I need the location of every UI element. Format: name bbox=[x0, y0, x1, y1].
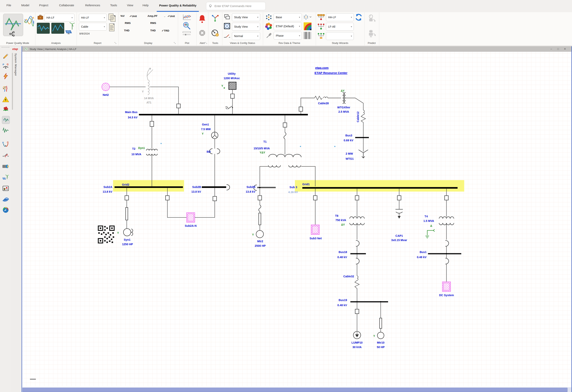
predict-meter-button[interactable] bbox=[367, 14, 376, 24]
display-v-unit-toggle[interactable]: ✓Unit bbox=[129, 15, 137, 18]
system-manager-tab[interactable]: System Manager bbox=[14, 53, 17, 76]
run-frequency-scan-button[interactable] bbox=[51, 23, 64, 34]
network-mode-button[interactable] bbox=[9, 31, 15, 37]
sidebar-item-edit[interactable] bbox=[2, 52, 9, 59]
tools-phasor-button[interactable] bbox=[211, 14, 220, 23]
study-case-button[interactable] bbox=[37, 14, 44, 21]
sidebar-item-energy-storage[interactable] bbox=[2, 185, 9, 192]
sidebar-item-voltage-stability[interactable]: PQ bbox=[2, 141, 9, 148]
oneline-diagram[interactable]: etap.com ETAP Resource Center Net2 Y 14 … bbox=[22, 52, 572, 387]
menu-file[interactable]: File bbox=[6, 3, 11, 7]
transient-wave-icon bbox=[2, 127, 9, 133]
link-resource-center[interactable]: ETAP Resource Center bbox=[315, 71, 348, 74]
config-icon-button[interactable] bbox=[224, 33, 230, 40]
wizard-run-button[interactable] bbox=[355, 13, 363, 22]
sidebar-item-transient-stability[interactable] bbox=[2, 127, 9, 134]
multi-waveform-button[interactable] bbox=[24, 15, 34, 26]
wizard-lf-select[interactable]: LF-All bbox=[326, 23, 354, 31]
renewable-study-button[interactable] bbox=[65, 22, 75, 34]
menu-collaborate[interactable]: Collaborate bbox=[59, 3, 74, 7]
grayscale-button[interactable] bbox=[304, 32, 311, 40]
link-etap-com[interactable]: etap.com bbox=[315, 66, 329, 69]
report-study-select[interactable]: HA-LF bbox=[79, 14, 107, 22]
display-amp-toggle[interactable]: Amp,PF bbox=[147, 15, 158, 17]
view-mode-icon-button[interactable] bbox=[224, 23, 230, 30]
lightning-icon bbox=[3, 73, 9, 79]
predict-device-button[interactable] bbox=[367, 29, 376, 39]
harmonic-chart-icon bbox=[37, 23, 50, 34]
sidebar-item-harmonics-selected[interactable] bbox=[2, 116, 10, 124]
report-launcher-icon[interactable] bbox=[114, 42, 117, 44]
horizontal-scrollbar[interactable] bbox=[22, 387, 572, 392]
sidebar-item-motor[interactable] bbox=[2, 163, 9, 170]
revision-select[interactable]: Base bbox=[274, 13, 302, 21]
sidebar-item-arc-flash[interactable] bbox=[2, 96, 9, 103]
plot-slider-button[interactable] bbox=[182, 31, 191, 37]
maximize-button[interactable] bbox=[556, 47, 561, 51]
tab-power-quality-reliability[interactable]: Power Quality & Reliability bbox=[157, 0, 199, 11]
display-rms1-toggle[interactable]: RMS bbox=[125, 22, 131, 25]
display-thd1-toggle[interactable]: THD bbox=[124, 29, 129, 32]
sidebar-item-renewable[interactable] bbox=[2, 174, 9, 181]
analysis-study-case-select[interactable]: HA-LF bbox=[44, 14, 74, 22]
theme-select[interactable]: ETAP (Default) bbox=[274, 22, 302, 30]
display-amp-caret-icon[interactable]: ⌄ bbox=[164, 15, 166, 18]
menu-tools[interactable]: Tools bbox=[110, 3, 117, 7]
sidebar-item-motor-starting[interactable] bbox=[2, 105, 9, 113]
phase-select[interactable]: Phase bbox=[274, 32, 302, 40]
menu-view[interactable]: View bbox=[127, 3, 133, 7]
theme-preview-button[interactable] bbox=[304, 22, 311, 31]
sidebar-item-reliability[interactable] bbox=[2, 206, 9, 214]
wizard-study-select[interactable]: HA-LF bbox=[326, 13, 354, 21]
sidebar-item-short-circuit[interactable] bbox=[2, 73, 9, 80]
search-input[interactable] bbox=[214, 4, 262, 8]
three-axis-arrows-icon bbox=[211, 14, 220, 22]
display-thd2-toggle[interactable]: THD bbox=[150, 29, 156, 32]
minimize-button[interactable] bbox=[549, 47, 554, 51]
window-titlebar[interactable]: Study View | Harmonic Analysis | HA-LF bbox=[22, 46, 572, 52]
close-button[interactable] bbox=[562, 47, 568, 51]
element-net2[interactable]: Net2 bbox=[102, 83, 110, 96]
command-search[interactable] bbox=[206, 2, 266, 10]
panel-handle[interactable] bbox=[12, 53, 13, 110]
harmonic-wave-icon bbox=[3, 117, 9, 123]
menu-project[interactable]: Project bbox=[39, 3, 48, 7]
plot-chart-button[interactable] bbox=[182, 14, 191, 22]
menu-help[interactable]: Help bbox=[143, 3, 149, 7]
svg-text:WTGXfmr: WTGXfmr bbox=[337, 106, 350, 109]
plot-analyzer-button[interactable] bbox=[182, 22, 191, 31]
scrollbar-thumb[interactable] bbox=[23, 388, 568, 392]
alert-clear-button[interactable] bbox=[199, 29, 206, 37]
display-v-toggle[interactable]: %V bbox=[120, 15, 125, 17]
display-trd-toggle[interactable]: ✓TRD bbox=[162, 29, 169, 32]
sidebar-item-etrax[interactable] bbox=[2, 196, 9, 203]
breaker[interactable] bbox=[177, 104, 180, 108]
gauge-bulb-icon bbox=[211, 29, 219, 37]
alert-launcher-icon[interactable] bbox=[205, 42, 208, 44]
display-amp-unit-toggle[interactable]: ✓Unit bbox=[167, 15, 175, 18]
report-type-select[interactable]: Cable bbox=[79, 23, 107, 31]
svg-text:P: P bbox=[2, 63, 4, 66]
sidebar-item-switching[interactable] bbox=[2, 152, 9, 159]
toolbar-drag-handle[interactable] bbox=[1, 47, 9, 48]
mode-toolbar: PQ PQ bbox=[0, 46, 11, 392]
wizard-empty-select[interactable] bbox=[326, 32, 354, 40]
open-type-report-button[interactable] bbox=[108, 23, 116, 33]
display-rms2-toggle[interactable]: RMS bbox=[150, 22, 156, 25]
config-status-select[interactable]: Normal bbox=[232, 32, 260, 40]
display-launcher-icon[interactable] bbox=[174, 42, 176, 44]
phase-color-icon bbox=[266, 33, 272, 40]
sidebar-item-load-flow[interactable]: PQ bbox=[2, 62, 9, 70]
tools-meter-button[interactable] bbox=[211, 29, 219, 38]
run-harmonic-load-flow-button[interactable] bbox=[37, 23, 50, 34]
open-report-button[interactable] bbox=[108, 13, 117, 24]
sidebar-item-device-coordination[interactable] bbox=[2, 85, 9, 93]
menu-model[interactable]: Model bbox=[21, 3, 29, 7]
alert-view-button[interactable] bbox=[198, 15, 206, 24]
svg-text:CAP1: CAP1 bbox=[396, 234, 403, 237]
presentation-select[interactable]: Study View bbox=[232, 13, 260, 21]
menu-references[interactable]: References bbox=[85, 3, 100, 7]
revision-extra-button[interactable] bbox=[303, 14, 312, 21]
presentation-icon-button[interactable] bbox=[224, 14, 230, 21]
view-mode-select[interactable]: Study View bbox=[232, 23, 260, 31]
